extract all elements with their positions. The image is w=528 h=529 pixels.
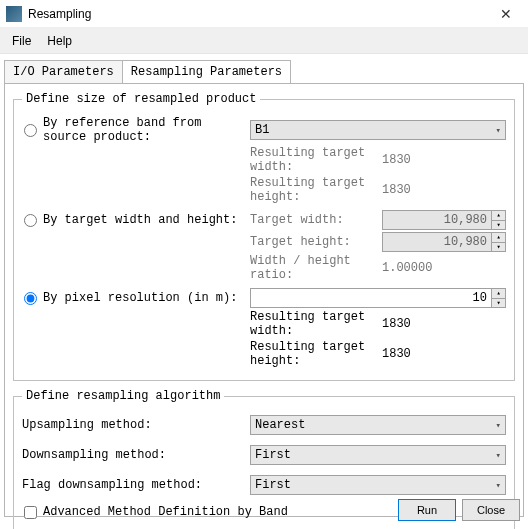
label-target-height: Target height:: [250, 235, 382, 249]
value-result-height: 1830: [382, 183, 411, 197]
size-group: Define size of resampled product By refe…: [13, 92, 515, 381]
label-downsampling: Downsampling method:: [22, 448, 250, 462]
close-button[interactable]: Close: [462, 499, 520, 521]
downsampling-select[interactable]: First▾: [250, 445, 506, 465]
upsampling-select[interactable]: Nearest▾: [250, 415, 506, 435]
pixel-resolution-input[interactable]: 10: [250, 288, 492, 308]
tabs: I/O Parameters Resampling Parameters: [4, 60, 524, 83]
title-bar: Resampling ✕: [0, 0, 528, 28]
value-ratio: 1.00000: [382, 261, 432, 275]
value-result-width: 1830: [382, 153, 411, 167]
chevron-down-icon: ▾: [496, 450, 501, 461]
close-icon[interactable]: ✕: [490, 2, 522, 26]
flag-downsampling-select[interactable]: First▾: [250, 475, 506, 495]
checkbox-advanced-method[interactable]: [24, 506, 37, 519]
button-bar: Run Close: [398, 499, 520, 521]
app-icon: [6, 6, 22, 22]
label-by-target-wh: By target width and height:: [43, 213, 237, 227]
menu-file[interactable]: File: [6, 30, 37, 52]
label-ratio: Width / height ratio:: [250, 254, 382, 282]
reference-band-select[interactable]: B1 ▾: [250, 120, 506, 140]
label-result-width: Resulting target width:: [250, 146, 382, 174]
label-advanced-method: Advanced Method Definition by Band: [43, 505, 288, 519]
menu-help[interactable]: Help: [41, 30, 78, 52]
label-result-height-2: Resulting target height:: [250, 340, 382, 368]
size-legend: Define size of resampled product: [22, 92, 260, 106]
value-result-width-2: 1830: [382, 317, 411, 331]
target-width-input[interactable]: 10,980: [382, 210, 492, 230]
label-by-pixel-resolution: By pixel resolution (in m):: [43, 291, 237, 305]
menu-bar: File Help: [0, 28, 528, 54]
value-result-height-2: 1830: [382, 347, 411, 361]
target-height-input[interactable]: 10,980: [382, 232, 492, 252]
label-result-height: Resulting target height:: [250, 176, 382, 204]
radio-by-reference-band[interactable]: [24, 124, 37, 137]
radio-by-target-wh[interactable]: [24, 214, 37, 227]
chevron-down-icon: ▾: [496, 480, 501, 491]
window-title: Resampling: [28, 7, 91, 21]
run-button[interactable]: Run: [398, 499, 456, 521]
radio-by-pixel-resolution[interactable]: [24, 292, 37, 305]
chevron-down-icon: ▾: [496, 420, 501, 431]
tab-panel: Define size of resampled product By refe…: [4, 83, 524, 517]
chevron-down-icon: ▾: [496, 125, 501, 136]
label-flag-downsampling: Flag downsampling method:: [22, 478, 250, 492]
tab-resampling-parameters[interactable]: Resampling Parameters: [122, 60, 291, 83]
target-height-spinner[interactable]: ▴▾: [492, 232, 506, 252]
tab-io-parameters[interactable]: I/O Parameters: [4, 60, 123, 83]
label-result-width-2: Resulting target width:: [250, 310, 382, 338]
label-upsampling: Upsampling method:: [22, 418, 250, 432]
label-target-width: Target width:: [250, 213, 382, 227]
pixel-resolution-spinner[interactable]: ▴▾: [492, 288, 506, 308]
target-width-spinner[interactable]: ▴▾: [492, 210, 506, 230]
label-by-reference-band: By reference band from source product:: [43, 116, 250, 144]
algorithm-legend: Define resampling algorithm: [22, 389, 224, 403]
